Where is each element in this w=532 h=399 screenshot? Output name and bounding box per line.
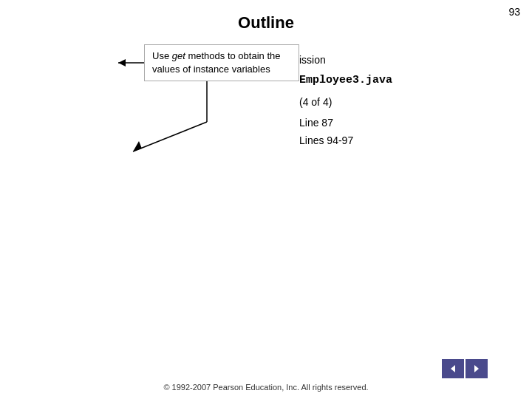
- forward-button[interactable]: [466, 359, 488, 378]
- back-button[interactable]: [442, 359, 464, 378]
- nav-buttons: [442, 359, 488, 378]
- svg-marker-5: [451, 365, 455, 372]
- tooltip-box: Use get methods to obtain the values of …: [144, 44, 299, 81]
- svg-line-3: [133, 122, 207, 151]
- slide-title: Outline: [0, 13, 532, 33]
- ission-text: ission: [299, 54, 326, 66]
- svg-marker-4: [133, 141, 142, 151]
- svg-marker-6: [474, 365, 479, 372]
- lines-94-97-label: Lines 94-97: [299, 134, 353, 146]
- of-4-label: (4 of 4): [299, 96, 332, 108]
- svg-marker-1: [118, 59, 126, 66]
- employee-java-label: Employee3.java: [299, 74, 392, 86]
- line-87-label: Line 87: [299, 117, 333, 129]
- footer-text: © 1992-2007 Pearson Education, Inc. All …: [0, 383, 532, 392]
